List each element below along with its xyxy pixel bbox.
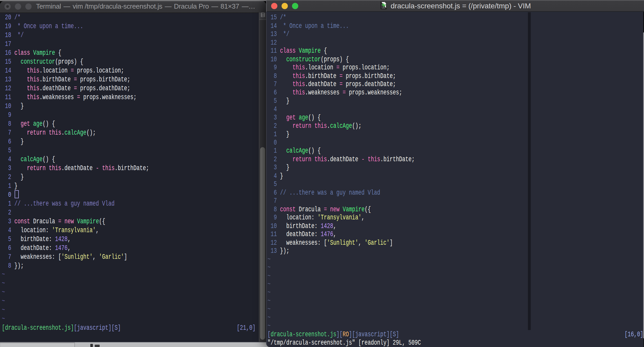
svg-text:JS: JS (382, 6, 385, 9)
